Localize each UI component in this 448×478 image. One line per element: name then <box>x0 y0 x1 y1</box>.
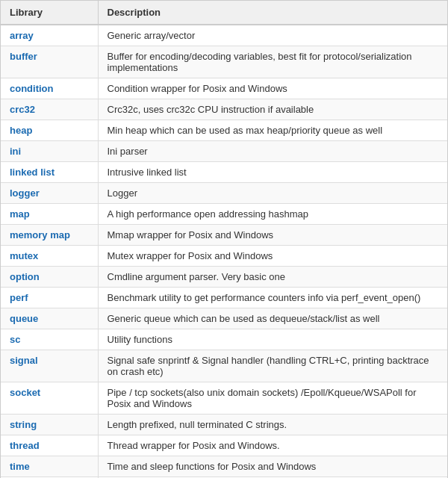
cell-library: condition <box>1 78 98 99</box>
header-description: Description <box>98 1 447 25</box>
table-row: threadThread wrapper for Posix and Windo… <box>1 435 447 456</box>
table-row: arrayGeneric array/vector <box>1 25 447 46</box>
cell-library: memory map <box>1 225 98 246</box>
header-library: Library <box>1 1 98 25</box>
table-row: iniIni parser <box>1 141 447 162</box>
cell-library: logger <box>1 183 98 204</box>
cell-library: ini <box>1 141 98 162</box>
cell-library: buffer <box>1 46 98 78</box>
cell-description: Generic array/vector <box>98 25 447 46</box>
cell-library: map <box>1 204 98 225</box>
table-row: mutexMutex wrapper for Posix and Windows <box>1 246 447 267</box>
cell-library: thread <box>1 435 98 456</box>
library-table-container: Library Description arrayGeneric array/v… <box>0 0 448 478</box>
table-row: linked listIntrusive linked list <box>1 162 447 183</box>
cell-description: Length prefixed, null terminated C strin… <box>98 415 447 435</box>
table-row: optionCmdline argument parser. Very basi… <box>1 267 447 288</box>
cell-description: Buffer for encoding/decoding variables, … <box>98 46 447 78</box>
cell-description: Mutex wrapper for Posix and Windows <box>98 246 447 267</box>
table-row: timeTime and sleep functions for Posix a… <box>1 456 447 477</box>
table-row: memory mapMmap wrapper for Posix and Win… <box>1 225 447 246</box>
table-row: loggerLogger <box>1 183 447 204</box>
cell-description: A high performance open addressing hashm… <box>98 204 447 225</box>
library-table: Library Description arrayGeneric array/v… <box>1 1 447 478</box>
table-row: scUtility functions <box>1 329 447 350</box>
cell-library: crc32 <box>1 99 98 120</box>
cell-description: Thread wrapper for Posix and Windows. <box>98 435 447 456</box>
table-row: queueGeneric queue which can be used as … <box>1 308 447 329</box>
cell-description: Time and sleep functions for Posix and W… <box>98 456 447 477</box>
cell-description: Logger <box>98 183 447 204</box>
cell-library: linked list <box>1 162 98 183</box>
cell-description: Pipe / tcp sockets(also unix domain sock… <box>98 382 447 415</box>
table-row: signalSignal safe snprintf & Signal hand… <box>1 350 447 382</box>
cell-description: Benchmark utility to get performance cou… <box>98 288 447 308</box>
cell-description: Ini parser <box>98 141 447 162</box>
table-row: conditionCondition wrapper for Posix and… <box>1 78 447 99</box>
cell-description: Intrusive linked list <box>98 162 447 183</box>
table-row: socketPipe / tcp sockets(also unix domai… <box>1 382 447 415</box>
table-row: stringLength prefixed, null terminated C… <box>1 415 447 435</box>
cell-library: queue <box>1 308 98 329</box>
cell-library: string <box>1 415 98 435</box>
cell-description: Min heap which can be used as max heap/p… <box>98 120 447 141</box>
cell-library: socket <box>1 382 98 415</box>
cell-library: array <box>1 25 98 46</box>
cell-description: Condition wrapper for Posix and Windows <box>98 78 447 99</box>
table-header-row: Library Description <box>1 1 447 25</box>
cell-description: Generic queue which can be used as deque… <box>98 308 447 329</box>
cell-library: sc <box>1 329 98 350</box>
cell-library: perf <box>1 288 98 308</box>
table-row: crc32Crc32c, uses crc32c CPU instruction… <box>1 99 447 120</box>
table-row: heapMin heap which can be used as max he… <box>1 120 447 141</box>
cell-library: time <box>1 456 98 477</box>
table-row: bufferBuffer for encoding/decoding varia… <box>1 46 447 78</box>
cell-library: signal <box>1 350 98 382</box>
table-row: mapA high performance open addressing ha… <box>1 204 447 225</box>
cell-library: option <box>1 267 98 288</box>
cell-description: Crc32c, uses crc32c CPU instruction if a… <box>98 99 447 120</box>
cell-description: Signal safe snprintf & Signal handler (h… <box>98 350 447 382</box>
cell-description: Utility functions <box>98 329 447 350</box>
cell-description: Mmap wrapper for Posix and Windows <box>98 225 447 246</box>
cell-description: Cmdline argument parser. Very basic one <box>98 267 447 288</box>
cell-library: mutex <box>1 246 98 267</box>
cell-library: heap <box>1 120 98 141</box>
table-row: perfBenchmark utility to get performance… <box>1 288 447 308</box>
